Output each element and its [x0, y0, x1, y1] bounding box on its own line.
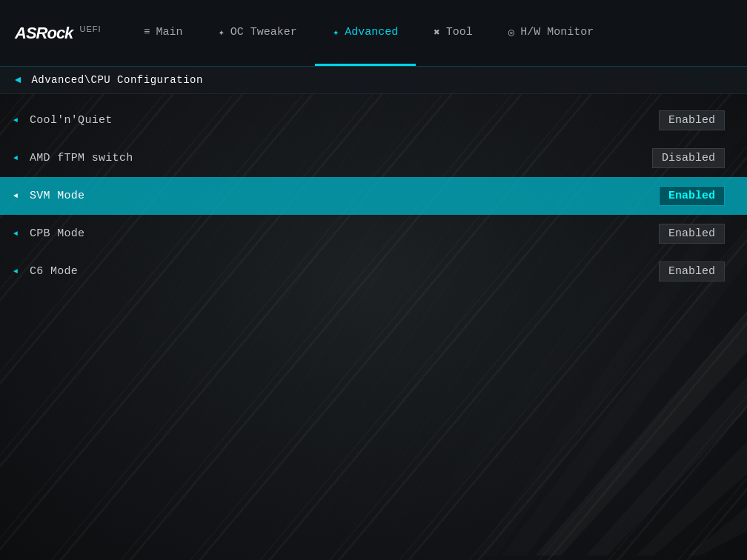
- tab-advanced-label: Advanced: [345, 26, 398, 39]
- breadcrumb: ◄ Advanced\CPU Configuration: [0, 67, 747, 94]
- setting-svm-mode[interactable]: SVM Mode Enabled: [0, 177, 747, 215]
- svm-mode-value-box: Enabled: [659, 186, 725, 206]
- cool-n-quiet-label: Cool'n'Quiet: [30, 114, 113, 127]
- logo: ASRock UEFI: [15, 24, 102, 43]
- c6-mode-label: C6 Mode: [30, 265, 78, 278]
- tab-advanced[interactable]: ✦ Advanced: [315, 0, 416, 66]
- tab-tool-label: Tool: [446, 26, 473, 39]
- amd-ftpm-value: Disabled: [662, 152, 715, 164]
- breadcrumb-back-arrow[interactable]: ◄: [15, 74, 21, 86]
- setting-c6-mode[interactable]: C6 Mode Enabled: [0, 253, 747, 290]
- c6-mode-value: Enabled: [668, 265, 715, 278]
- hw-monitor-icon: ◎: [508, 26, 514, 39]
- tab-main-label: Main: [156, 26, 182, 39]
- main-icon: ≡: [144, 26, 150, 38]
- main-area: Cool'n'Quiet Enabled AMD fTPM switch Dis…: [0, 94, 747, 560]
- tab-tool[interactable]: ✖ Tool: [416, 0, 490, 66]
- amd-ftpm-label: AMD fTPM switch: [30, 152, 133, 164]
- breadcrumb-path: Advanced\CPU Configuration: [31, 74, 202, 86]
- setting-cpb-mode[interactable]: CPB Mode Enabled: [0, 215, 747, 253]
- cpb-mode-label: CPB Mode: [30, 227, 84, 240]
- logo-area: ASRock UEFI: [0, 0, 119, 66]
- svm-mode-value: Enabled: [668, 190, 715, 202]
- c6-mode-value-box: Enabled: [659, 261, 725, 281]
- tab-main[interactable]: ≡ Main: [126, 0, 200, 66]
- setting-cool-n-quiet[interactable]: Cool'n'Quiet Enabled: [0, 101, 747, 139]
- oc-tweaker-icon: ✦: [218, 26, 224, 39]
- settings-list: Cool'n'Quiet Enabled AMD fTPM switch Dis…: [0, 101, 747, 290]
- nav-tabs: ≡ Main ✦ OC Tweaker ✦ Advanced ✖ Tool ◎ …: [119, 0, 747, 66]
- tab-hw-monitor[interactable]: ◎ H/W Monitor: [491, 0, 611, 66]
- tab-oc-tweaker[interactable]: ✦ OC Tweaker: [200, 0, 314, 66]
- tool-icon: ✖: [434, 26, 439, 39]
- cool-n-quiet-value-box: Enabled: [659, 110, 725, 130]
- setting-amd-ftpm[interactable]: AMD fTPM switch Disabled: [0, 139, 747, 177]
- cpb-mode-value-box: Enabled: [659, 224, 725, 244]
- advanced-icon: ✦: [333, 26, 339, 39]
- svm-mode-label: SVM Mode: [30, 190, 84, 202]
- cool-n-quiet-value: Enabled: [668, 114, 715, 127]
- tab-hw-monitor-label: H/W Monitor: [520, 26, 594, 39]
- cpb-mode-value: Enabled: [668, 227, 715, 240]
- tab-oc-tweaker-label: OC Tweaker: [230, 26, 297, 39]
- header: ASRock UEFI ≡ Main ✦ OC Tweaker ✦ Advanc…: [0, 0, 747, 67]
- logo-uefi-text: UEFI: [79, 24, 101, 33]
- amd-ftpm-value-box: Disabled: [652, 148, 725, 168]
